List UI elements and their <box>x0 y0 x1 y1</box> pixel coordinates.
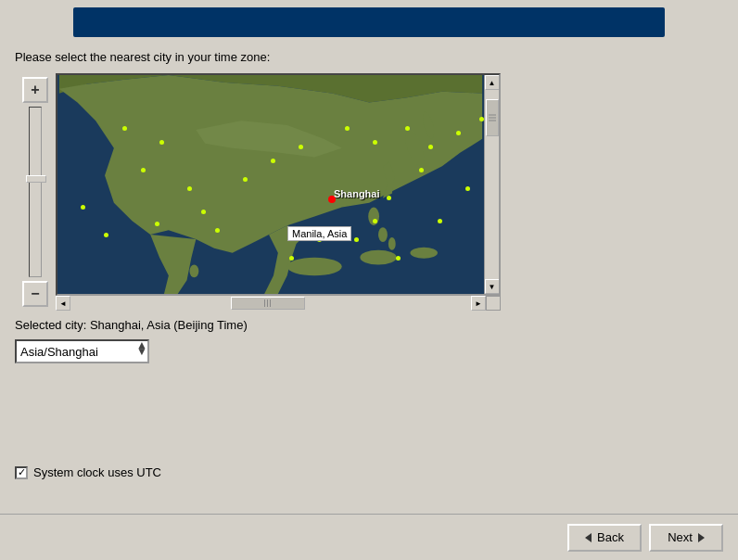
zoom-slider-thumb[interactable] <box>26 175 46 183</box>
vscroll-down-button[interactable]: ▼ <box>485 279 500 294</box>
svg-point-8 <box>388 237 396 250</box>
timezone-select[interactable]: Asia/Shanghai Asia/Tokyo Asia/Seoul Asia… <box>15 339 149 363</box>
utc-checkbox[interactable]: ✓ <box>15 466 28 479</box>
zoom-in-button[interactable]: + <box>22 77 48 103</box>
zoom-out-button[interactable]: − <box>22 281 48 307</box>
vscroll-up-button[interactable]: ▲ <box>485 75 500 90</box>
next-button[interactable]: Next <box>649 524 723 552</box>
vscroll-thumb[interactable] <box>486 99 499 136</box>
next-arrow-icon <box>698 533 705 542</box>
instruction-label: Please select the nearest city in your t… <box>15 50 723 64</box>
utc-label: System clock uses UTC <box>33 465 161 479</box>
svg-point-1 <box>287 258 342 276</box>
hscroll-thumb[interactable] <box>231 297 305 310</box>
hscroll-left-button[interactable]: ◄ <box>56 296 70 311</box>
selected-city-info: Selected city: Shanghai, Asia (Beijing T… <box>15 318 723 332</box>
svg-point-7 <box>378 227 388 242</box>
hscroll-right-button[interactable]: ► <box>471 296 486 311</box>
shanghai-label: Shanghai <box>334 188 380 199</box>
map-area[interactable]: Shanghai Manila, Asia <box>57 75 484 294</box>
back-button[interactable]: Back <box>567 524 642 552</box>
manila-tooltip: Manila, Asia <box>287 226 351 241</box>
back-arrow-icon <box>585 533 592 542</box>
svg-point-3 <box>410 248 438 259</box>
vertical-scrollbar[interactable]: ▲ ▼ <box>484 75 499 294</box>
top-bar <box>73 7 665 37</box>
svg-point-2 <box>360 250 396 265</box>
bottom-bar: Back Next <box>0 514 738 560</box>
svg-point-9 <box>189 265 198 278</box>
checkmark-icon: ✓ <box>18 467 26 477</box>
